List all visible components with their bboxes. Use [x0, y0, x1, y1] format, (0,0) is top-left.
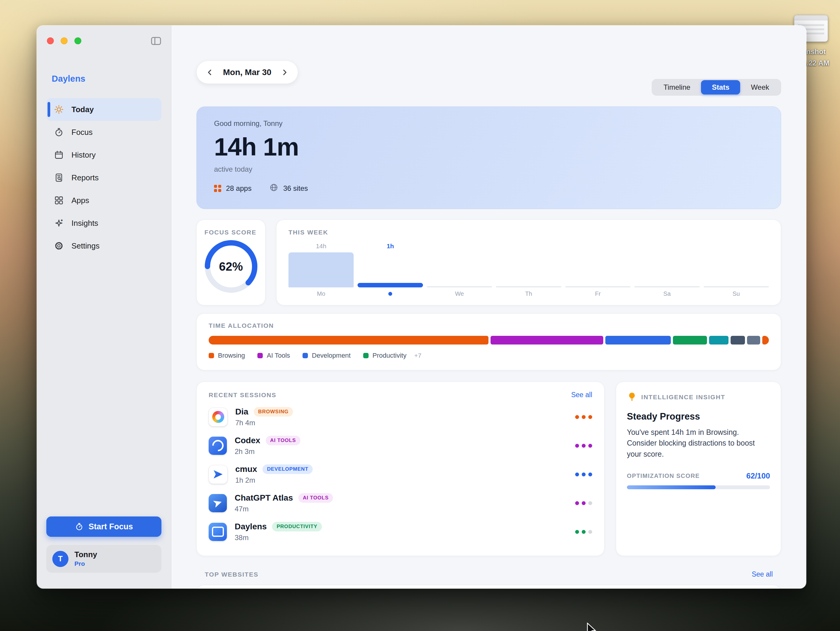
time-allocation-card: TIME ALLOCATION BrowsingAI ToolsDevelopm…: [196, 313, 781, 370]
greeting: Good morning, Tonny: [214, 119, 763, 128]
activity-dot: [582, 473, 586, 476]
profile-name: Tonny: [74, 550, 97, 559]
session-row-chatgpt-atlas[interactable]: ChatGPT Atlas AI TOOLS 47m: [208, 489, 592, 517]
lightbulb-icon: [627, 391, 637, 403]
activity-dot: [582, 444, 586, 448]
sidebar-item-label: Reports: [71, 173, 99, 182]
activity-dot: [588, 530, 592, 534]
sessions-see-all-link[interactable]: See all: [571, 391, 592, 399]
activity-dot: [575, 415, 579, 419]
legend-item-browsing: Browsing: [208, 352, 245, 359]
tab-stats[interactable]: Stats: [701, 80, 740, 95]
avatar: T: [52, 551, 68, 567]
week-day-label: Th: [496, 289, 561, 299]
week-column-sa: Sa: [634, 242, 699, 299]
summary-hero-card: Good morning, Tonny 14h 1m active today …: [196, 106, 781, 209]
top-websites-title: TOP WEBSITES: [205, 571, 259, 578]
week-day-label: Fr: [565, 289, 630, 299]
sidebar-item-label: History: [71, 150, 96, 160]
session-name: Daylens: [235, 522, 267, 531]
activity-dot: [575, 473, 579, 476]
legend-swatch: [257, 353, 263, 358]
activity-dot: [582, 530, 586, 534]
close-button[interactable]: [47, 37, 54, 44]
allocation-legend: BrowsingAI ToolsDevelopmentProductivity+…: [208, 352, 769, 359]
week-bar: [289, 252, 354, 288]
legend-swatch: [303, 353, 308, 358]
sidebar-item-settings[interactable]: Settings: [46, 234, 161, 257]
allocation-segment-ai-tools: [491, 336, 603, 345]
session-row-daylens[interactable]: Daylens PRODUCTIVITY 38m: [208, 517, 592, 546]
week-day-label: Mo: [289, 289, 354, 299]
category-badge: BROWSING: [254, 407, 293, 417]
recent-sessions-title: RECENT SESSIONS: [208, 391, 276, 399]
minimize-button[interactable]: [61, 37, 68, 44]
week-day-label: Sa: [634, 289, 699, 299]
session-name: Dia: [235, 407, 248, 417]
sidebar-item-focus[interactable]: Focus: [46, 121, 161, 144]
sidebar-item-reports[interactable]: Reports: [46, 166, 161, 189]
top-websites-section: TOP WEBSITES See all: [196, 570, 781, 588]
activity-dot: [588, 473, 592, 476]
sidebar-item-insights[interactable]: Insights: [46, 212, 161, 234]
websites-see-all-link[interactable]: See all: [752, 570, 773, 578]
cmux-app-icon: [208, 465, 227, 484]
session-duration: 2h 3m: [235, 448, 300, 456]
tab-week[interactable]: Week: [740, 80, 780, 95]
week-bar: [565, 286, 630, 288]
week-bar: [496, 286, 561, 288]
total-active-time: 14h 1m: [214, 133, 763, 161]
sidebar-item-label: Today: [71, 105, 94, 114]
allocation-segment-browsing: [208, 336, 488, 345]
legend-swatch: [363, 353, 369, 358]
allocation-segment-other: [731, 336, 745, 345]
sidebar-item-label: Apps: [71, 196, 89, 205]
sidebar-item-today[interactable]: Today: [46, 98, 161, 121]
activity-dot: [588, 501, 592, 505]
sidebar-item-apps[interactable]: Apps: [46, 189, 161, 212]
allocation-stacked-bar: [208, 336, 769, 345]
week-day-label: We: [427, 289, 492, 299]
week-column-th: Th: [496, 242, 561, 299]
chevron-right-icon: [280, 68, 289, 77]
sidebar-item-history[interactable]: History: [46, 144, 161, 166]
this-week-title: THIS WEEK: [289, 229, 769, 236]
profile-card[interactable]: T Tonny Pro: [46, 545, 161, 572]
daylens-app-icon: [208, 523, 227, 541]
app-title: Daylens: [52, 74, 161, 84]
window-controls: [47, 37, 81, 44]
optimization-progress-bar: [627, 486, 770, 489]
session-activity-dots: [575, 530, 592, 534]
activity-dot: [575, 501, 579, 505]
calendar-icon: [54, 150, 64, 160]
insight-title: Steady Progress: [627, 411, 770, 422]
next-day-button[interactable]: [280, 68, 289, 77]
session-row-cmux[interactable]: cmux DEVELOPMENT 1h 2m: [208, 460, 592, 489]
session-duration: 47m: [235, 505, 333, 513]
week-bar: [427, 286, 492, 288]
activity-dot: [588, 444, 592, 448]
category-badge: AI TOOLS: [266, 436, 300, 445]
legend-item-ai-tools: AI Tools: [257, 352, 290, 359]
optimization-score-value: 62/100: [746, 471, 770, 481]
apps-count: 28 apps: [214, 184, 251, 193]
chevron-left-icon: [206, 68, 214, 77]
prev-day-button[interactable]: [206, 68, 214, 77]
chatgpt-atlas-app-icon: [208, 494, 227, 512]
sites-count: 36 sites: [269, 183, 308, 194]
week-column-mo: 14hMo: [289, 242, 354, 299]
legend-more-count: +7: [414, 352, 422, 359]
insight-header: INTELLIGENCE INSIGHT: [641, 394, 725, 401]
allocation-segment-productivity: [673, 336, 707, 345]
start-focus-button[interactable]: Start Focus: [46, 517, 161, 537]
week-value-label: 1h: [357, 242, 423, 251]
sidebar-toggle-icon[interactable]: [149, 34, 163, 49]
session-name: Codex: [235, 436, 261, 445]
tab-timeline[interactable]: Timeline: [653, 80, 701, 95]
zoom-button[interactable]: [74, 37, 81, 44]
week-value-label: [634, 242, 699, 251]
session-row-dia[interactable]: Dia BROWSING 7h 4m: [208, 403, 592, 431]
recent-sessions-card: RECENT SESSIONS See all Dia BROWSING 7h …: [196, 381, 605, 556]
session-row-codex[interactable]: Codex AI TOOLS 2h 3m: [208, 431, 592, 460]
week-column-su: Su: [704, 242, 769, 299]
